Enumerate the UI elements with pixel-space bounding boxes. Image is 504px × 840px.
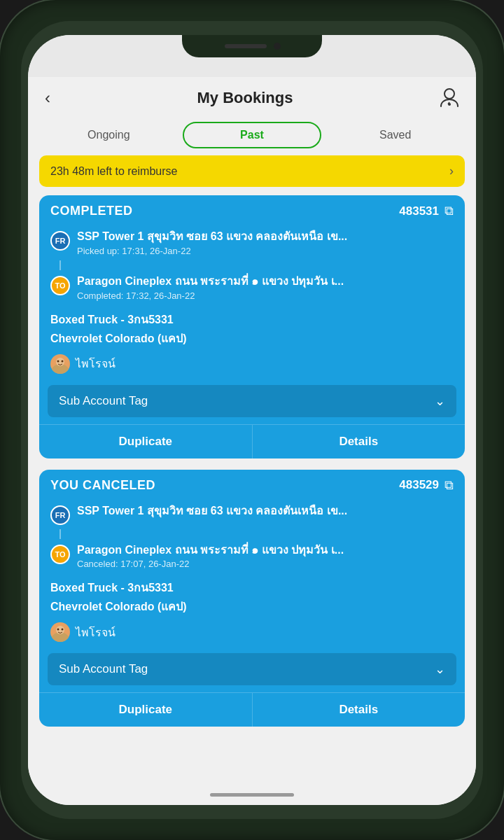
- phone-frame: ‹ My Bookings Ongoing Past: [0, 0, 504, 840]
- from-location-row-1: FR SSP Tower 1 สุขุมวิท ซอย 63 แขวง คลอง…: [39, 225, 465, 260]
- vehicle-line-1: Boxed Truck - 3กน5331: [50, 311, 454, 328]
- dropdown-arrow-icon-2: ⌄: [435, 662, 445, 677]
- from-location-text-2: SSP Tower 1 สุขุมวิท ซอย 63 แขวง คลองตัน…: [77, 504, 347, 519]
- to-location-row-2: TO Paragon Cineplex ถนน พระรามที่ ๑ แขวง…: [39, 539, 465, 574]
- svg-point-8: [57, 629, 59, 631]
- app-content: ‹ My Bookings Ongoing Past: [28, 77, 476, 784]
- tab-ongoing[interactable]: Ongoing: [39, 122, 178, 148]
- car-model-2: Chevrolet Colorado (แคป): [50, 598, 454, 615]
- tabs-container: Ongoing Past Saved: [28, 118, 476, 155]
- sub-account-dropdown-1[interactable]: Sub Account Tag ⌄: [48, 385, 456, 417]
- svg-point-4: [57, 360, 59, 362]
- car-model-1: Chevrolet Colorado (แคป): [50, 330, 454, 347]
- driver-name-1: ไพโรจน์: [76, 355, 115, 372]
- card-actions-2: Duplicate Details: [39, 692, 465, 727]
- tab-saved[interactable]: Saved: [326, 122, 465, 148]
- copy-icon-canceled[interactable]: ⧉: [444, 478, 454, 493]
- home-indicator: [28, 784, 476, 805]
- svg-point-9: [62, 629, 64, 631]
- tab-past[interactable]: Past: [183, 122, 322, 148]
- card-header-canceled: YOU CANCELED 483529 ⧉: [39, 470, 465, 500]
- notch: [182, 35, 322, 57]
- svg-point-0: [444, 89, 454, 99]
- card-id-completed: 483531: [399, 204, 439, 218]
- card-id-row: 483531 ⧉: [399, 204, 454, 218]
- svg-point-5: [62, 360, 64, 362]
- duplicate-button-1[interactable]: Duplicate: [39, 425, 253, 458]
- driver-name-2: ไพโรจน์: [76, 624, 115, 641]
- card-status-completed: COMPLETED: [50, 204, 133, 218]
- driver-row-2: ไพโรจน์: [39, 620, 465, 649]
- details-button-2[interactable]: Details: [253, 693, 465, 727]
- driver-avatar-1: [50, 354, 70, 374]
- reimburse-text: 23h 48m left to reimburse: [50, 165, 177, 178]
- sub-account-label-1: Sub Account Tag: [59, 394, 148, 408]
- status-bar: [28, 35, 476, 77]
- support-icon[interactable]: [437, 85, 462, 111]
- vehicle-info-2: Boxed Truck - 3กน5331 Chevrolet Colorado…: [39, 573, 465, 620]
- to-badge-2: TO: [50, 545, 70, 564]
- screen: ‹ My Bookings Ongoing Past: [28, 35, 476, 805]
- page-title: My Bookings: [197, 89, 293, 107]
- card-header-completed: COMPLETED 483531 ⧉: [39, 195, 465, 225]
- dropdown-arrow-icon-1: ⌄: [435, 393, 445, 409]
- speaker: [225, 44, 267, 48]
- to-location-sub-2: Canceled: 17:07, 26-Jan-22: [77, 559, 344, 569]
- vehicle-info-1: Boxed Truck - 3กน5331 Chevrolet Colorado…: [39, 305, 465, 351]
- camera-dot: [274, 43, 281, 50]
- to-badge-1: TO: [50, 276, 70, 295]
- phone-inner: ‹ My Bookings Ongoing Past: [21, 21, 483, 819]
- reimburse-arrow-icon: ›: [449, 164, 454, 178]
- from-location-row-2: FR SSP Tower 1 สุขุมวิท ซอย 63 แขวง คลอง…: [39, 500, 465, 529]
- booking-card-completed: COMPLETED 483531 ⧉ FR SSP Tower 1 สุขุมว…: [39, 195, 465, 458]
- driver-avatar-2: [50, 622, 70, 642]
- details-button-1[interactable]: Details: [253, 425, 465, 458]
- card-id-canceled: 483529: [399, 478, 439, 492]
- to-location-text-2: Paragon Cineplex ถนน พระรามที่ ๑ แขวง ปท…: [77, 543, 344, 558]
- from-badge-1: FR: [50, 231, 70, 251]
- card-status-canceled: YOU CANCELED: [50, 478, 155, 493]
- copy-icon-completed[interactable]: ⧉: [444, 204, 454, 218]
- back-button[interactable]: ‹: [42, 85, 53, 111]
- from-badge-2: FR: [50, 505, 70, 525]
- vehicle-line-2: Boxed Truck - 3กน5331: [50, 579, 454, 596]
- header: ‹ My Bookings: [28, 77, 476, 118]
- booking-card-canceled: YOU CANCELED 483529 ⧉ FR SSP Tower 1 สุข…: [39, 470, 465, 727]
- home-bar: [210, 793, 294, 797]
- reimburse-banner[interactable]: 23h 48m left to reimburse ›: [39, 155, 465, 187]
- to-location-sub-1: Completed: 17:32, 26-Jan-22: [77, 290, 344, 301]
- to-location-row-1: TO Paragon Cineplex ถนน พระรามที่ ๑ แขวง…: [39, 270, 465, 305]
- card-actions-1: Duplicate Details: [39, 424, 465, 458]
- sub-account-dropdown-2[interactable]: Sub Account Tag ⌄: [48, 653, 456, 685]
- to-location-text-1: Paragon Cineplex ถนน พระรามที่ ๑ แขวง ปท…: [77, 274, 344, 289]
- card-id-row-2: 483529 ⧉: [399, 478, 454, 493]
- duplicate-button-2[interactable]: Duplicate: [39, 693, 253, 727]
- sub-account-label-2: Sub Account Tag: [59, 662, 148, 676]
- driver-row-1: ไพโรจน์: [39, 351, 465, 381]
- from-location-text-1: SSP Tower 1 สุขุมวิท ซอย 63 แขวง คลองตัน…: [77, 230, 347, 244]
- from-location-sub-1: Picked up: 17:31, 26-Jan-22: [77, 246, 347, 256]
